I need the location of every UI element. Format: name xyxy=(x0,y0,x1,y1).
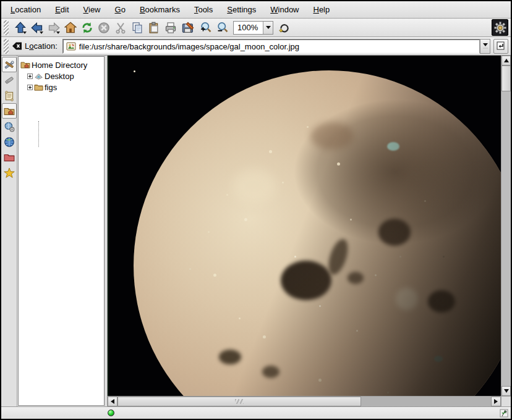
expand-plus-icon[interactable] xyxy=(27,74,33,79)
save-as-button[interactable] xyxy=(179,19,197,36)
go-icon xyxy=(496,41,506,51)
tree-item-home-directory[interactable]: Home Directory xyxy=(19,59,104,70)
vertical-scrollbar[interactable] xyxy=(501,56,511,396)
sidebar-services-button[interactable] xyxy=(2,165,17,180)
image-view xyxy=(108,56,511,406)
tools-icon xyxy=(4,59,15,70)
chevron-down-icon xyxy=(483,43,488,46)
activity-led-icon xyxy=(108,410,114,416)
globe-icon xyxy=(4,136,15,148)
up-dropdown-caret[interactable] xyxy=(23,32,27,34)
reload-icon xyxy=(81,22,93,34)
zoom-level-value[interactable]: 100% xyxy=(234,22,263,34)
konqueror-throbber xyxy=(492,19,508,36)
sidebar-root-directory-button[interactable] xyxy=(2,149,17,165)
stop-button[interactable] xyxy=(95,19,112,36)
menu-window[interactable]: Window xyxy=(265,2,304,17)
scroll-up-button[interactable] xyxy=(501,56,511,65)
konqueror-window: Location Edit View Go Bookmarks Tools Se… xyxy=(0,0,512,420)
menu-bookmarks[interactable]: Bookmarks xyxy=(134,2,186,17)
main-toolbar: 100% xyxy=(1,19,511,37)
tree-item-label[interactable]: Desktop xyxy=(43,72,74,81)
paste-button[interactable] xyxy=(145,19,162,36)
tree-item-label[interactable]: figs xyxy=(43,83,57,92)
sidebar-configure-button[interactable] xyxy=(2,57,17,72)
sidebar-home-directory-button[interactable] xyxy=(2,103,17,119)
sidebar-web-button[interactable] xyxy=(2,134,17,149)
print-button[interactable] xyxy=(162,19,179,36)
zoom-in-button[interactable] xyxy=(197,19,214,36)
rotate-icon xyxy=(278,22,291,34)
reload-button[interactable] xyxy=(79,19,95,36)
clear-location-icon[interactable] xyxy=(12,41,22,51)
cut-icon xyxy=(114,22,127,34)
home-button[interactable] xyxy=(62,19,79,36)
zoom-in-icon xyxy=(200,22,212,34)
location-label: Location: xyxy=(25,41,58,51)
network-globe-icon xyxy=(4,121,15,132)
expand-plus-icon[interactable] xyxy=(27,85,33,90)
paste-icon xyxy=(148,22,160,34)
home-folder-icon xyxy=(20,60,30,70)
sidebar-history-button[interactable] xyxy=(2,88,17,103)
location-dropdown-button[interactable] xyxy=(480,39,490,54)
menu-view[interactable]: View xyxy=(78,2,106,17)
menu-help[interactable]: Help xyxy=(308,2,336,17)
location-input[interactable]: file:/usr/share/backgrounds/images/space… xyxy=(62,39,480,54)
view-indicator-flag-icon[interactable] xyxy=(500,409,508,418)
location-toolbar: Location: file:/usr/share/backgrounds/im… xyxy=(1,37,511,56)
zoom-out-icon xyxy=(216,22,229,34)
chevron-down-icon[interactable] xyxy=(263,22,273,34)
vertical-scroll-track[interactable] xyxy=(501,91,511,386)
menu-settings[interactable]: Settings xyxy=(221,2,262,17)
toolbar-grip[interactable] xyxy=(4,20,9,35)
bookmark-icon xyxy=(4,75,15,86)
horizontal-scroll-thumb[interactable] xyxy=(117,397,361,406)
scroll-left-button[interactable] xyxy=(108,397,117,406)
up-button[interactable] xyxy=(12,19,28,36)
tree-item-desktop[interactable]: Desktop xyxy=(19,70,104,82)
red-folder-icon xyxy=(4,152,15,163)
location-toolbar-grip[interactable] xyxy=(4,39,9,54)
copy-icon xyxy=(131,22,143,34)
menu-bar: Location Edit View Go Bookmarks Tools Se… xyxy=(1,1,511,19)
save-as-icon xyxy=(181,22,195,34)
menu-location[interactable]: Location xyxy=(5,2,46,17)
moon-crater-speckles xyxy=(134,70,135,72)
menu-edit[interactable]: Edit xyxy=(49,2,74,17)
desktop-icon xyxy=(34,72,43,81)
stop-icon xyxy=(98,22,110,34)
moon-shadow-overlay xyxy=(134,70,501,396)
rotate-button[interactable] xyxy=(276,19,292,36)
horizontal-scroll-track[interactable] xyxy=(361,397,491,406)
location-value[interactable]: file:/usr/share/backgrounds/images/space… xyxy=(79,41,479,51)
forward-dropdown-caret[interactable] xyxy=(56,32,60,34)
tree-guide-line xyxy=(38,121,39,147)
scroll-right-button[interactable] xyxy=(491,397,501,406)
forward-button[interactable] xyxy=(45,19,62,36)
tree-item-label[interactable]: Home Directory xyxy=(30,61,87,70)
konqueror-gear-icon xyxy=(494,22,506,34)
copy-button[interactable] xyxy=(129,19,145,36)
sidebar-bookmark-button[interactable] xyxy=(2,72,17,88)
status-bar xyxy=(1,406,511,419)
cut-button[interactable] xyxy=(112,19,129,36)
back-dropdown-caret[interactable] xyxy=(40,32,43,34)
go-button[interactable] xyxy=(493,39,508,54)
sidebar-network-button[interactable] xyxy=(2,119,17,134)
zoom-out-button[interactable] xyxy=(214,19,231,36)
scroll-down-button[interactable] xyxy=(501,386,511,396)
zoom-level-combo[interactable]: 100% xyxy=(233,21,273,35)
home-folder-icon xyxy=(4,106,15,117)
image-file-icon xyxy=(66,42,76,51)
folder-tree-panel: Home Directory Desktop figs xyxy=(18,56,105,406)
back-button[interactable] xyxy=(28,19,45,36)
navigation-panel-strip xyxy=(1,56,17,406)
menu-tools[interactable]: Tools xyxy=(189,2,218,17)
horizontal-scrollbar[interactable] xyxy=(108,396,501,406)
vertical-scroll-thumb[interactable] xyxy=(501,65,511,91)
menu-go[interactable]: Go xyxy=(109,2,131,17)
moon-image xyxy=(134,70,501,396)
tree-item-figs[interactable]: figs xyxy=(19,82,104,93)
history-scroll-icon xyxy=(4,90,15,101)
